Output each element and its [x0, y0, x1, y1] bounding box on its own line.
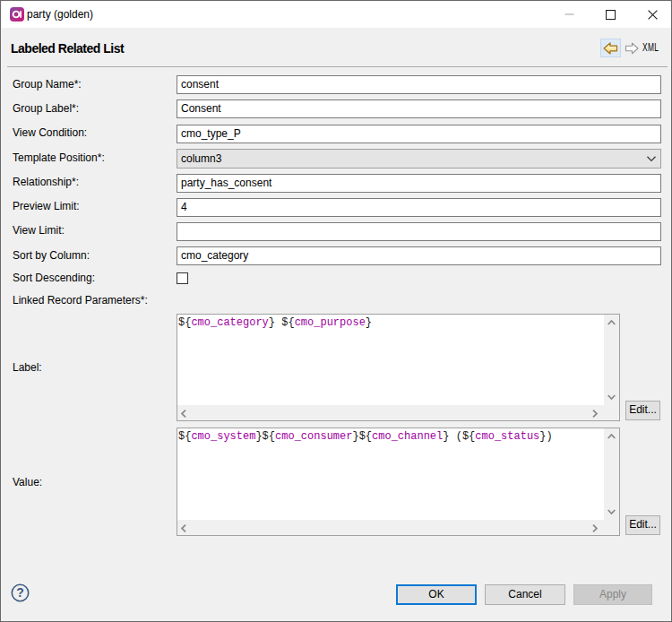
svg-text:?: ?: [16, 585, 24, 600]
